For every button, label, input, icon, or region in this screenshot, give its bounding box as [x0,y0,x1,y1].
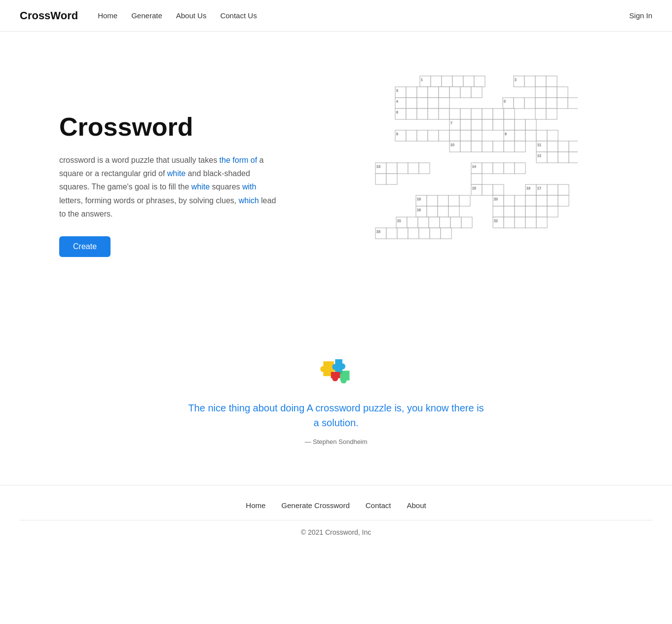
svg-rect-92 [569,152,578,163]
svg-text:14: 14 [472,165,476,168]
svg-rect-134 [427,206,438,217]
svg-rect-3 [452,76,463,87]
highlight-which: which [239,196,259,205]
hero-title: Crossword [59,112,316,142]
svg-rect-16 [439,87,449,98]
svg-text:4: 4 [396,100,398,103]
svg-rect-71 [515,130,525,141]
svg-rect-139 [504,206,515,217]
svg-rect-111 [493,184,504,195]
quote-section: The nice thing about doing A crossword p… [0,328,672,485]
svg-text:16: 16 [526,186,530,190]
svg-rect-72 [525,130,536,141]
quote-author: — Stephen Sondheim [304,438,367,445]
svg-rect-101 [482,163,493,174]
svg-rect-66 [449,130,460,141]
svg-rect-85 [547,141,558,152]
svg-rect-103 [504,163,515,174]
svg-rect-106 [375,174,386,184]
svg-rect-160 [397,228,408,239]
svg-rect-73 [536,130,547,141]
svg-rect-41 [428,109,439,119]
hero-section: Crossword crossword is a word puzzle tha… [0,32,672,328]
svg-rect-13 [406,87,417,98]
navbar: CrossWord Home Generate About Us Contact… [0,0,672,32]
svg-rect-51 [546,109,557,119]
svg-rect-91 [558,152,569,163]
svg-rect-55 [482,119,493,130]
svg-text:11: 11 [537,143,541,147]
nav-generate[interactable]: Generate [131,11,162,20]
svg-rect-63 [417,130,428,141]
svg-rect-14 [417,87,428,98]
svg-rect-150 [461,217,472,228]
highlight-with: with [242,183,256,191]
svg-rect-87 [569,141,578,152]
svg-rect-77 [460,141,471,152]
svg-rect-123 [459,195,470,206]
svg-text:9: 9 [505,132,507,136]
svg-rect-56 [493,119,504,130]
svg-rect-15 [428,87,439,98]
footer-generate[interactable]: Generate Crossword [281,501,349,510]
svg-text:17: 17 [537,186,541,190]
nav-contact[interactable]: Contact Us [220,11,257,20]
footer-contact[interactable]: Contact [366,501,391,510]
svg-rect-129 [536,195,547,206]
svg-rect-18 [460,87,471,98]
svg-rect-128 [525,195,536,206]
signin-link[interactable]: Sign In [629,11,652,20]
svg-rect-27 [428,98,439,109]
puzzle-icon [319,357,353,387]
svg-rect-67 [460,130,471,141]
svg-rect-96 [397,163,408,174]
svg-text:5: 5 [504,100,506,103]
svg-rect-81 [504,141,515,152]
svg-rect-39 [406,109,417,119]
svg-rect-147 [429,217,440,228]
brand-logo[interactable]: CrossWord [20,9,78,22]
svg-rect-127 [515,195,525,206]
svg-text:23: 23 [376,230,380,233]
svg-rect-138 [493,206,504,217]
svg-rect-28 [439,98,449,109]
svg-rect-86 [558,141,569,152]
nav-home[interactable]: Home [98,11,117,20]
crossword-visual: 1 2 3 [351,71,578,298]
svg-rect-62 [406,130,417,141]
svg-rect-23 [557,87,568,98]
svg-rect-34 [546,98,557,109]
footer-about[interactable]: About [407,501,426,510]
svg-rect-102 [493,163,504,174]
svg-rect-19 [471,87,482,98]
svg-rect-153 [504,217,515,228]
footer-home[interactable]: Home [246,501,265,510]
highlight-white: white [167,169,186,178]
svg-rect-135 [438,206,448,217]
svg-rect-161 [408,228,419,239]
svg-rect-53 [460,119,471,130]
footer: Home Generate Crossword Contact About © … [0,485,672,546]
nav-about[interactable]: About Us [176,11,207,20]
svg-rect-2 [442,76,452,87]
footer-copyright: © 2021 Crossword, Inc [20,520,652,536]
svg-rect-164 [441,228,451,239]
svg-rect-149 [450,217,461,228]
create-button[interactable]: Create [59,236,111,257]
svg-rect-148 [440,217,450,228]
svg-rect-162 [419,228,430,239]
svg-rect-120 [427,195,438,206]
svg-rect-154 [515,217,525,228]
svg-rect-80 [493,141,504,152]
svg-text:2: 2 [515,78,517,81]
svg-text:21: 21 [397,219,401,222]
svg-text:12: 12 [537,154,541,157]
footer-links: Home Generate Crossword Contact About [20,501,652,510]
svg-rect-54 [471,119,482,130]
svg-rect-155 [525,217,536,228]
svg-rect-78 [471,141,482,152]
svg-rect-95 [386,163,397,174]
svg-rect-143 [547,206,558,217]
svg-rect-32 [524,98,535,109]
svg-text:8: 8 [396,132,398,136]
